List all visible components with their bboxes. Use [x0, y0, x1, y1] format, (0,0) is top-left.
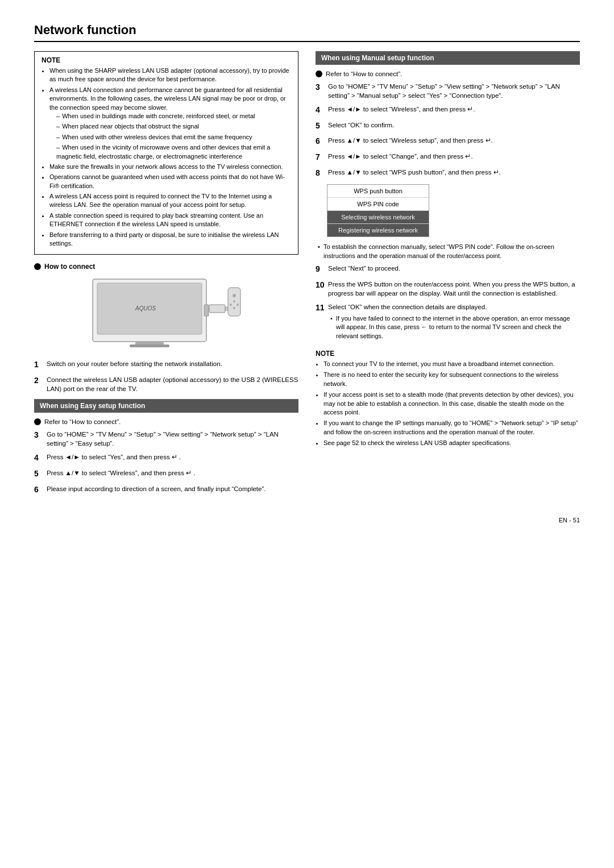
manual-step-10-text: Press the WPS button on the router/acces…: [328, 280, 580, 298]
manual-step-7-text: Press ◄/► to select “Change”, and then p…: [328, 152, 473, 163]
easy-step-3-text: Go to “HOME” > “TV Menu” > “Setup” > “Vi…: [47, 430, 298, 448]
page-number: EN - 51: [559, 517, 580, 524]
easy-step-5-text: Press ▲/▼ to select “Wireless”, and then…: [47, 468, 196, 480]
easy-step-3: 3 Go to “HOME” > “TV Menu” > “Setup” > “…: [34, 430, 298, 448]
svg-point-9: [233, 300, 235, 302]
note-sub-list: When used in buildings made with concret…: [49, 112, 291, 161]
note-title-left: NOTE: [42, 56, 291, 64]
wps-menu-item-4: Registering wireless network: [327, 224, 429, 236]
right-column: When using Manual setup function Refer t…: [316, 51, 580, 500]
manual-step-6-text: Press ▲/▼ to select “Wireless setup”, an…: [328, 136, 493, 147]
svg-rect-14: [204, 305, 209, 316]
manual-step-7-num: 7: [316, 152, 325, 163]
svg-point-12: [233, 307, 235, 309]
manual-step-6-num: 6: [316, 136, 325, 147]
step-2: 2 Connect the wireless LAN USB adapter (…: [34, 375, 298, 393]
note-sub-item-2: When placed near objects that obstruct t…: [56, 122, 291, 131]
manual-step-11: 11 Select “OK” when the connection detai…: [316, 302, 580, 344]
easy-step-4-num: 4: [34, 452, 43, 464]
circle-bullet-icon: [34, 263, 41, 270]
note-item-7: Before transferring to a third party or …: [49, 231, 291, 248]
note-sub-item-4: When used in the vicinity of microwave o…: [56, 143, 291, 161]
step-1: 1 Switch on your router before starting …: [34, 359, 298, 371]
manual-step-4-num: 4: [316, 105, 325, 116]
easy-step-6: 6 Please input according to direction of…: [34, 484, 298, 496]
how-to-connect-header: How to connect: [34, 263, 298, 271]
note-title-right: NOTE: [316, 350, 580, 358]
wps-menu-item-1: WPS push button: [327, 185, 429, 198]
how-to-connect-label: How to connect: [44, 263, 95, 271]
manual-step-4: 4 Press ◄/► to select “Wireless”, and th…: [316, 105, 580, 116]
easy-setup-refer: Refer to “How to connect”.: [34, 418, 298, 425]
svg-text:AQUOS: AQUOS: [135, 305, 156, 312]
easy-step-4: 4 Press ◄/► to select “Yes”, and then pr…: [34, 452, 298, 464]
manual-step-11-num: 11: [316, 302, 325, 344]
easy-step-4-text: Press ◄/► to select “Yes”, and then pres…: [47, 452, 181, 464]
easy-step-6-text: Please input according to direction of a…: [47, 484, 265, 496]
easy-step-6-num: 6: [34, 484, 43, 496]
manual-step-6: 6 Press ▲/▼ to select “Wireless setup”, …: [316, 136, 580, 147]
step-2-num: 2: [34, 375, 43, 393]
manual-setup-refer: Refer to “How to connect”.: [316, 70, 580, 77]
svg-point-10: [230, 304, 232, 306]
manual-step-9-num: 9: [316, 264, 325, 275]
note-item-6: A stable connection speed is required to…: [49, 211, 291, 229]
tv-image-container: AQUOS: [34, 276, 298, 350]
note-box-left: NOTE When using the SHARP wireless LAN U…: [34, 51, 298, 255]
manual-step-4-text: Press ◄/► to select “Wireless”, and then…: [328, 105, 475, 116]
svg-rect-5: [209, 305, 225, 313]
note-list-right: To connect your TV to the internet, you …: [316, 360, 580, 448]
note-item-2: A wireless LAN connection and performanc…: [49, 86, 291, 161]
step-1-num: 1: [34, 359, 43, 371]
manual-step-7: 7 Press ◄/► to select “Change”, and then…: [316, 152, 580, 163]
manual-step-9-text: Select “Next” to proceed.: [328, 264, 400, 275]
easy-setup-bullet-icon: [34, 418, 41, 425]
manual-setup-header: When using Manual setup function: [316, 51, 580, 65]
manual-step-5-num: 5: [316, 121, 325, 132]
note-right-item-3: If your access point is set to a stealth…: [323, 391, 580, 417]
note-right-item-5: See page 52 to check the wireless LAN US…: [323, 439, 580, 447]
note-section-right: NOTE To connect your TV to the internet,…: [316, 350, 580, 448]
wps-bullet-note: To establish the connection manually, se…: [316, 243, 580, 260]
manual-step-10-num: 10: [316, 280, 325, 298]
note-right-item-1: To connect your TV to the internet, you …: [323, 360, 580, 368]
easy-setup-section: When using Easy setup function Refer to …: [34, 399, 298, 495]
left-column: NOTE When using the SHARP wireless LAN U…: [34, 51, 298, 500]
manual-setup-refer-text: Refer to “How to connect”.: [326, 70, 402, 77]
manual-step-11-text: Select “OK” when the connection details …: [328, 304, 487, 310]
manual-step-5: 5 Select “OK” to confirm.: [316, 121, 580, 132]
easy-setup-header: When using Easy setup function: [34, 399, 298, 413]
manual-setup-section: When using Manual setup function Refer t…: [316, 51, 580, 344]
step-2-text: Connect the wireless LAN USB adapter (op…: [47, 375, 298, 393]
manual-step-11-subbullet: If you have failed to connect to the int…: [328, 314, 580, 340]
svg-point-11: [237, 304, 239, 306]
page-footer: EN - 51: [34, 517, 580, 524]
manual-step-3-text: Go to “HOME” > “TV Menu” > “Setup” > “Vi…: [328, 82, 580, 100]
manual-step-3: 3 Go to “HOME” > “TV Menu” > “Setup” > “…: [316, 82, 580, 100]
note-item-5: A wireless LAN access point is required …: [49, 192, 291, 210]
manual-step-10: 10 Press the WPS button on the router/ac…: [316, 280, 580, 298]
manual-step-9: 9 Select “Next” to proceed.: [316, 264, 580, 275]
note-sub-item-1: When used in buildings made with concret…: [56, 112, 291, 121]
manual-step-3-num: 3: [316, 82, 325, 100]
manual-step-5-text: Select “OK” to confirm.: [328, 121, 394, 132]
easy-step-5: 5 Press ▲/▼ to select “Wireless”, and th…: [34, 468, 298, 480]
svg-rect-3: [130, 344, 169, 347]
manual-step-8-text: Press ▲/▼ to select “WPS push button”, a…: [328, 168, 501, 179]
note-right-item-4: If you want to change the IP settings ma…: [323, 419, 580, 437]
wps-menu-item-2: WPS PIN code: [327, 198, 429, 211]
note-list-left: When using the SHARP wireless LAN USB ad…: [42, 67, 291, 248]
note-item-4: Operations cannot be guaranteed when use…: [49, 173, 291, 190]
easy-step-5-num: 5: [34, 468, 43, 480]
wps-menu-box: WPS push button WPS PIN code Selecting w…: [327, 184, 429, 237]
easy-step-3-num: 3: [34, 430, 43, 448]
wps-menu-item-3: Selecting wireless network: [327, 211, 429, 224]
tv-diagram: AQUOS: [87, 276, 246, 350]
svg-point-8: [233, 294, 236, 297]
note-sub-item-3: When used with other wireless devices th…: [56, 133, 291, 142]
manual-step-8: 8 Press ▲/▼ to select “WPS push button”,…: [316, 168, 580, 179]
easy-setup-refer-text: Refer to “How to connect”.: [44, 418, 121, 425]
note-item-3: Make sure the firewalls in your network …: [49, 163, 291, 171]
manual-setup-bullet-icon: [316, 70, 322, 77]
note-right-item-2: There is no need to enter the security k…: [323, 371, 580, 388]
